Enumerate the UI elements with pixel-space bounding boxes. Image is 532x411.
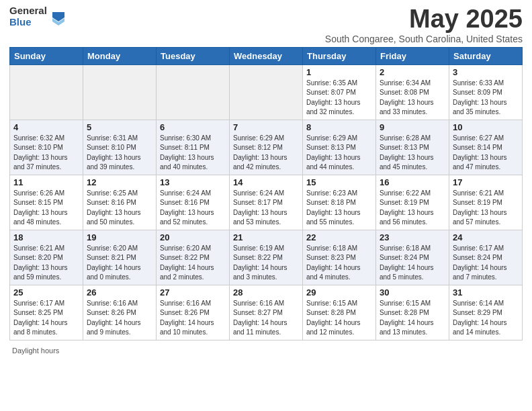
day-number: 11 <box>13 177 79 187</box>
calendar-cell <box>230 64 303 120</box>
day-header-saturday: Saturday <box>449 47 523 64</box>
day-info: Sunrise: 6:31 AM <box>87 134 152 144</box>
day-number: 24 <box>453 232 519 242</box>
day-info: Daylight: 13 hours and 59 minutes. <box>13 263 79 283</box>
day-info: Daylight: 13 hours and 35 minutes. <box>453 98 519 118</box>
day-number: 23 <box>380 232 445 242</box>
day-info: Daylight: 14 hours and 13 minutes. <box>380 318 445 338</box>
calendar-cell: 14Sunrise: 6:24 AMSunset: 8:17 PMDayligh… <box>230 175 303 230</box>
day-info: Sunrise: 6:16 AM <box>233 299 299 309</box>
day-number: 9 <box>380 122 445 132</box>
day-info: Sunrise: 6:22 AM <box>380 189 445 199</box>
calendar-cell: 24Sunrise: 6:17 AMSunset: 8:24 PMDayligh… <box>449 230 523 285</box>
calendar-cell: 21Sunrise: 6:19 AMSunset: 8:22 PMDayligh… <box>230 230 303 285</box>
calendar-cell: 22Sunrise: 6:18 AMSunset: 8:23 PMDayligh… <box>303 230 376 285</box>
day-info: Sunrise: 6:24 AM <box>233 189 299 199</box>
calendar-cell: 10Sunrise: 6:27 AMSunset: 8:14 PMDayligh… <box>449 120 523 175</box>
title-block: May 2025 South Congaree, South Carolina,… <box>325 5 523 44</box>
calendar-cell: 27Sunrise: 6:16 AMSunset: 8:26 PMDayligh… <box>157 285 230 340</box>
day-info: Sunrise: 6:30 AM <box>160 134 226 144</box>
day-number: 7 <box>233 122 299 132</box>
day-info: Sunrise: 6:34 AM <box>380 79 445 89</box>
footer: Daylight hours <box>0 340 532 359</box>
day-number: 29 <box>306 287 372 298</box>
day-header-thursday: Thursday <box>303 47 376 64</box>
calendar-cell: 12Sunrise: 6:25 AMSunset: 8:16 PMDayligh… <box>83 175 157 230</box>
day-info: Daylight: 14 hours and 5 minutes. <box>380 263 445 283</box>
calendar-cell: 2Sunrise: 6:34 AMSunset: 8:08 PMDaylight… <box>376 64 449 120</box>
day-info: Daylight: 14 hours and 8 minutes. <box>13 318 79 338</box>
day-info: Sunrise: 6:17 AM <box>453 244 519 254</box>
day-info: Sunrise: 6:14 AM <box>453 299 519 309</box>
day-info: Sunset: 8:07 PM <box>306 88 372 98</box>
day-number: 16 <box>380 177 445 187</box>
calendar-title: May 2025 <box>325 5 523 34</box>
day-info: Sunrise: 6:24 AM <box>160 189 226 199</box>
day-info: Sunrise: 6:23 AM <box>306 189 372 199</box>
footer-daylight: Daylight hours <box>12 347 59 355</box>
day-info: Sunrise: 6:28 AM <box>380 134 445 144</box>
day-number: 28 <box>233 287 299 298</box>
day-info: Sunrise: 6:20 AM <box>87 244 152 254</box>
calendar-cell: 23Sunrise: 6:18 AMSunset: 8:24 PMDayligh… <box>376 230 449 285</box>
day-info: Sunset: 8:13 PM <box>306 143 372 153</box>
calendar-cell: 31Sunrise: 6:14 AMSunset: 8:29 PMDayligh… <box>449 285 523 340</box>
logo-general: General <box>9 5 47 17</box>
day-info: Sunrise: 6:25 AM <box>87 189 152 199</box>
day-info: Sunrise: 6:18 AM <box>306 244 372 254</box>
day-info: Sunrise: 6:35 AM <box>306 79 372 89</box>
day-info: Sunset: 8:26 PM <box>87 308 152 318</box>
day-info: Sunset: 8:27 PM <box>233 308 299 318</box>
day-info: Sunset: 8:22 PM <box>233 253 299 263</box>
calendar-cell: 11Sunrise: 6:26 AMSunset: 8:15 PMDayligh… <box>10 175 83 230</box>
day-number: 20 <box>160 232 226 242</box>
day-info: Sunset: 8:22 PM <box>160 253 226 263</box>
day-number: 6 <box>160 122 226 132</box>
day-info: Sunset: 8:10 PM <box>87 143 152 153</box>
day-header-friday: Friday <box>376 47 449 64</box>
day-info: Sunrise: 6:33 AM <box>453 79 519 89</box>
day-info: Sunset: 8:20 PM <box>13 253 79 263</box>
day-info: Daylight: 13 hours and 33 minutes. <box>380 98 445 118</box>
calendar-cell: 20Sunrise: 6:20 AMSunset: 8:22 PMDayligh… <box>157 230 230 285</box>
day-info: Daylight: 13 hours and 39 minutes. <box>87 153 152 173</box>
day-info: Sunset: 8:28 PM <box>306 308 372 318</box>
day-info: Daylight: 14 hours and 14 minutes. <box>453 318 519 338</box>
day-number: 26 <box>87 287 152 298</box>
day-info: Daylight: 13 hours and 42 minutes. <box>233 153 299 173</box>
logo-blue: Blue <box>9 17 47 28</box>
calendar-cell <box>157 64 230 120</box>
day-info: Sunset: 8:24 PM <box>453 253 519 263</box>
day-number: 13 <box>160 177 226 187</box>
calendar-cell: 13Sunrise: 6:24 AMSunset: 8:16 PMDayligh… <box>157 175 230 230</box>
day-info: Sunset: 8:17 PM <box>233 198 299 208</box>
calendar-cell: 1Sunrise: 6:35 AMSunset: 8:07 PMDaylight… <box>303 64 376 120</box>
day-number: 2 <box>380 67 445 77</box>
day-number: 3 <box>453 67 519 77</box>
day-info: Sunset: 8:19 PM <box>453 198 519 208</box>
calendar-cell: 17Sunrise: 6:21 AMSunset: 8:19 PMDayligh… <box>449 175 523 230</box>
day-info: Sunset: 8:26 PM <box>160 308 226 318</box>
day-info: Daylight: 13 hours and 40 minutes. <box>160 153 226 173</box>
day-info: Sunrise: 6:32 AM <box>13 134 79 144</box>
day-info: Sunrise: 6:15 AM <box>306 299 372 309</box>
day-number: 21 <box>233 232 299 242</box>
calendar-cell: 18Sunrise: 6:21 AMSunset: 8:20 PMDayligh… <box>10 230 83 285</box>
day-number: 14 <box>233 177 299 187</box>
calendar-cell: 3Sunrise: 6:33 AMSunset: 8:09 PMDaylight… <box>449 64 523 120</box>
day-info: Sunrise: 6:16 AM <box>160 299 226 309</box>
day-info: Sunset: 8:15 PM <box>13 198 79 208</box>
calendar-cell: 25Sunrise: 6:17 AMSunset: 8:25 PMDayligh… <box>10 285 83 340</box>
day-info: Daylight: 13 hours and 57 minutes. <box>453 208 519 228</box>
day-info: Sunrise: 6:18 AM <box>380 244 445 254</box>
calendar-cell: 4Sunrise: 6:32 AMSunset: 8:10 PMDaylight… <box>10 120 83 175</box>
day-number: 8 <box>306 122 372 132</box>
day-info: Daylight: 14 hours and 12 minutes. <box>306 318 372 338</box>
calendar-cell: 26Sunrise: 6:16 AMSunset: 8:26 PMDayligh… <box>83 285 157 340</box>
calendar-cell: 30Sunrise: 6:15 AMSunset: 8:28 PMDayligh… <box>376 285 449 340</box>
day-info: Sunset: 8:16 PM <box>87 198 152 208</box>
day-info: Sunset: 8:10 PM <box>13 143 79 153</box>
day-header-sunday: Sunday <box>10 47 83 64</box>
day-info: Daylight: 14 hours and 3 minutes. <box>233 263 299 283</box>
logo: General Blue <box>9 5 67 28</box>
